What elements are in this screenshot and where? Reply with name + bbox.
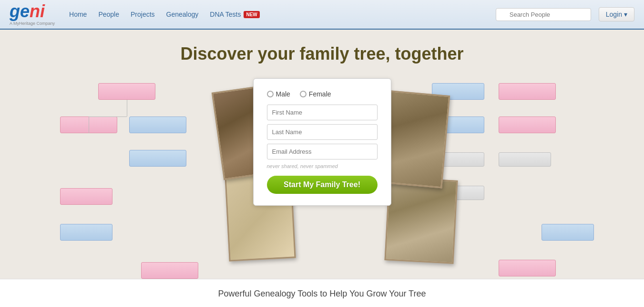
tree-node xyxy=(499,260,556,276)
tree-node xyxy=(129,116,186,133)
search-wrapper: 🔍 xyxy=(496,8,591,21)
main-nav: Home People Projects Genealogy DNA Tests… xyxy=(69,11,496,18)
male-label: Male xyxy=(276,90,290,98)
tree-node xyxy=(542,224,594,241)
female-option[interactable]: Female xyxy=(300,90,331,98)
start-family-tree-button[interactable]: Start My Family Tree! xyxy=(267,176,378,194)
search-input[interactable] xyxy=(496,8,591,21)
privacy-note: never shared, never spammed xyxy=(267,163,378,169)
login-label: Login xyxy=(606,11,622,18)
tree-node xyxy=(499,152,551,167)
last-name-input[interactable] xyxy=(267,124,378,140)
bottom-tagline: Powerful Genealogy Tools to Help You Gro… xyxy=(10,289,634,299)
login-button[interactable]: Login ▾ xyxy=(599,7,634,21)
tree-node xyxy=(98,83,155,100)
registration-form: Male Female never shared, never spammed … xyxy=(253,78,391,206)
tree-node xyxy=(499,83,556,100)
nav-dna-tests[interactable]: DNA Tests xyxy=(210,11,241,18)
gender-selection: Male Female xyxy=(267,90,378,98)
email-input[interactable] xyxy=(267,144,378,159)
family-tree-left xyxy=(36,78,227,260)
tree-node xyxy=(60,224,112,241)
connector xyxy=(89,116,89,133)
nav-projects[interactable]: Projects xyxy=(131,11,155,18)
nav-genealogy[interactable]: Genealogy xyxy=(166,11,199,18)
nav-people[interactable]: People xyxy=(98,11,119,18)
bottom-section: Powerful Genealogy Tools to Help You Gro… xyxy=(0,279,644,307)
top-navigation-bar: geni A MyHeritage Company Home People Pr… xyxy=(0,0,644,30)
hero-title: Discover your family tree, together xyxy=(180,44,463,64)
female-radio[interactable] xyxy=(300,91,307,97)
connector xyxy=(89,116,127,117)
dna-new-badge: NEW xyxy=(244,11,259,18)
female-label: Female xyxy=(309,90,331,98)
hero-section: Discover your family tree, together xyxy=(0,30,644,279)
tree-node xyxy=(499,116,556,133)
male-option[interactable]: Male xyxy=(267,90,290,98)
first-name-input[interactable] xyxy=(267,105,378,120)
search-area: 🔍 xyxy=(496,8,591,21)
male-radio[interactable] xyxy=(267,91,274,97)
vintage-photo-3 xyxy=(384,177,458,264)
nav-home[interactable]: Home xyxy=(69,11,87,18)
logo-area: geni A MyHeritage Company xyxy=(10,3,55,26)
tree-node xyxy=(129,150,186,167)
login-chevron-icon: ▾ xyxy=(624,11,627,18)
hero-content: Male Female never shared, never spammed … xyxy=(36,78,608,269)
logo: geni xyxy=(10,3,45,20)
nav-dna-tests-container: DNA Tests NEW xyxy=(210,11,259,18)
connector xyxy=(127,100,127,116)
logo-subtitle: A MyHeritage Company xyxy=(10,21,55,26)
tree-node xyxy=(60,188,112,205)
tree-node xyxy=(141,262,198,279)
